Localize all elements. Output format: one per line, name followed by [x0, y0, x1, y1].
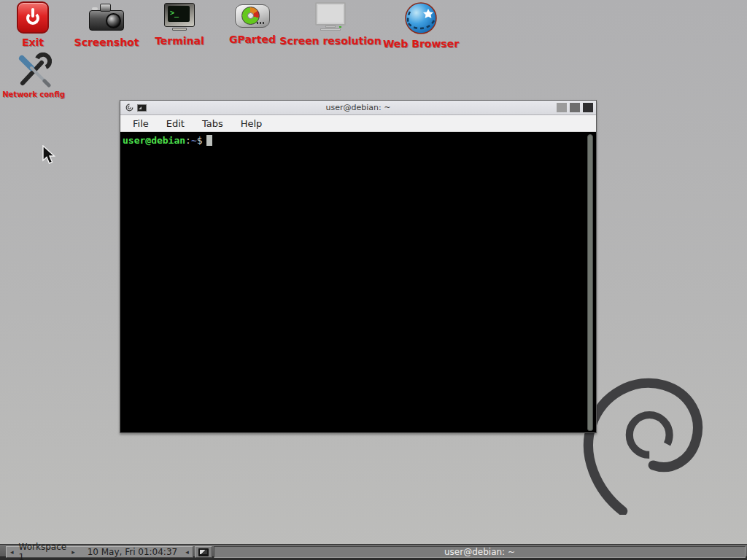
menu-file[interactable]: File — [129, 117, 152, 131]
desktop-icon-terminal[interactable]: >_ Terminal — [139, 1, 220, 47]
minimize-button[interactable] — [557, 103, 567, 112]
desktop-icon-screenshot[interactable]: Screenshot — [66, 1, 147, 48]
menu-help[interactable]: Help — [237, 117, 266, 131]
shell-prompt: user@debian:~$ — [123, 135, 596, 146]
desktop-icon-web-browser[interactable]: Web Browser — [382, 1, 460, 50]
window-titlebar[interactable]: user@debian: ~ — [120, 101, 596, 115]
desktop-monitor-icon — [198, 548, 209, 556]
terminal-screen[interactable]: user@debian:~$ — [120, 133, 596, 432]
camera-icon — [88, 1, 125, 34]
desktop-icon-exit[interactable]: Exit — [0, 1, 73, 48]
crt-terminal-icon: >_ — [163, 1, 196, 32]
workspace-label[interactable]: Workspace 1 — [18, 542, 69, 560]
taskbar-panel: ◂ Workspace 1 ▸ 10 May, Fri 01:04:37 ◂ ▸… — [0, 544, 747, 560]
close-button[interactable] — [583, 103, 593, 112]
maximize-button[interactable] — [570, 103, 580, 112]
menu-tabs[interactable]: Tabs — [198, 117, 227, 131]
text-cursor — [206, 135, 212, 146]
desktop-icon-screen-resolution[interactable]: Screen resolution — [279, 1, 382, 47]
tools-icon — [15, 52, 52, 88]
tasklist-prev-icon[interactable]: ◂ — [182, 547, 193, 557]
mouse-cursor-icon — [42, 145, 55, 166]
desktop-icon-label: Exit — [0, 36, 73, 48]
pager-clock-plate: ◂ Workspace 1 ▸ 10 May, Fri 01:04:37 ◂ ▸ — [6, 546, 193, 558]
monitor-icon — [314, 1, 347, 32]
show-desktop-button[interactable] — [195, 546, 212, 558]
desktop-icon-label: Web Browser — [382, 38, 460, 50]
desktop-icon-label: Screenshot — [66, 36, 147, 48]
desktop-icon-network-config[interactable]: Network config — [0, 52, 74, 98]
power-icon — [17, 1, 49, 34]
prompt-user-host: user@debian — [123, 135, 185, 146]
prompt-cwd: ~ — [191, 135, 197, 146]
scrollbar-thumb[interactable] — [587, 134, 593, 431]
desktop-icon-label: Screen resolution — [279, 35, 382, 47]
menu-edit[interactable]: Edit — [163, 117, 188, 131]
disk-partition-icon — [235, 1, 270, 31]
desktop-icon-label: Network config — [0, 90, 74, 98]
clock: 10 May, Fri 01:04:37 — [79, 547, 182, 557]
terminal-window: user@debian: ~ File Edit Tabs Help user@… — [120, 100, 597, 433]
workspace-prev-icon[interactable]: ◂ — [7, 547, 18, 557]
desktop-icon-label: Terminal — [139, 35, 220, 47]
window-title: user@debian: ~ — [120, 103, 596, 112]
globe-icon — [404, 1, 438, 35]
workspace-next-icon[interactable]: ▸ — [68, 547, 79, 557]
terminal-menubar: File Edit Tabs Help — [120, 115, 596, 132]
task-button-terminal[interactable]: user@debian: ~ — [214, 546, 746, 558]
